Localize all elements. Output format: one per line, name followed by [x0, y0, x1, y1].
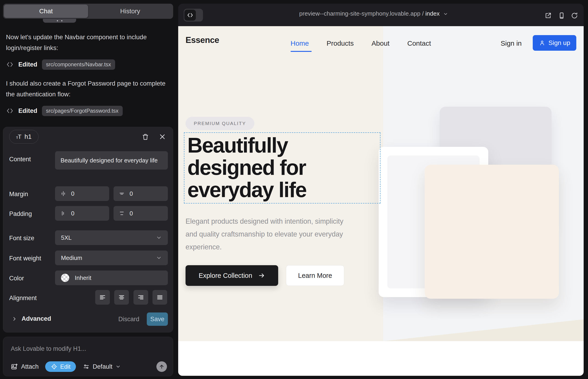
chat-message: Now let's update the Navbar component to… — [6, 32, 167, 53]
url-page: index — [425, 10, 440, 17]
mobile-view-button[interactable] — [558, 12, 565, 19]
font-size-select[interactable]: 5XL — [55, 230, 168, 245]
chevron-down-icon — [443, 12, 448, 16]
padding-label: Padding — [9, 210, 32, 218]
align-justify-icon — [156, 294, 163, 301]
premium-quality-badge: PREMIUM QUALITY — [186, 117, 254, 130]
content-input[interactable]: Beautifully designed for everyday life — [55, 151, 168, 170]
margin-y-input[interactable]: 0 — [113, 186, 168, 201]
send-button[interactable] — [156, 361, 167, 372]
chevron-down-icon — [156, 235, 162, 241]
delete-element-button[interactable] — [140, 132, 150, 142]
color-label: Color — [9, 275, 24, 282]
arrow-right-icon — [258, 272, 265, 279]
discard-button[interactable]: Discard — [118, 316, 139, 323]
nav-link-contact[interactable]: Contact — [407, 39, 431, 47]
website-viewport: Essence Home Products About Contact Sign… — [178, 26, 584, 376]
h1-selection-outline[interactable]: Beautifully designed for everyday life — [184, 132, 380, 204]
external-link-icon — [544, 12, 552, 19]
align-center-button[interactable] — [114, 290, 129, 305]
explore-collection-button[interactable]: Explore Collection — [186, 265, 278, 286]
composer-toolbar: Attach Edit Default — [11, 361, 167, 372]
close-icon — [159, 133, 166, 140]
margin-vertical-icon — [119, 190, 125, 197]
user-icon — [539, 40, 545, 46]
font-weight-select[interactable]: Medium — [55, 251, 168, 265]
margin-label: Margin — [9, 191, 28, 198]
chat-history-tabbar: Chat History — [3, 4, 173, 19]
sliders-icon — [83, 363, 90, 370]
attach-image-icon — [11, 363, 18, 370]
align-right-button[interactable] — [134, 290, 148, 305]
align-justify-button[interactable] — [153, 290, 167, 305]
close-editor-button[interactable] — [157, 132, 167, 142]
attach-button[interactable]: Attach — [11, 363, 39, 370]
file-chip[interactable]: src/pages/ForgotPassword.tsx — [42, 106, 123, 116]
padding-horizontal-icon — [60, 210, 66, 217]
url-bar[interactable]: preview--charming-site-symphony.lovable.… — [178, 10, 569, 17]
font-size-label: Font size — [9, 235, 34, 242]
element-tag: h1 — [25, 133, 32, 141]
type-icon: тT — [16, 133, 21, 141]
arrow-up-icon — [159, 364, 165, 370]
trash-icon — [142, 133, 149, 141]
color-swatch — [61, 274, 69, 282]
color-select[interactable]: Inherit — [55, 270, 168, 285]
chat-message: I should also create a Forgot Password p… — [6, 78, 167, 100]
file-chip[interactable]: src/components/Navbar.tsx — [42, 59, 115, 70]
code-icon — [6, 61, 14, 68]
content-label: Content — [9, 156, 31, 163]
align-center-icon — [118, 294, 125, 301]
tab-chat[interactable]: Chat — [4, 5, 88, 18]
default-mode-select[interactable]: Default — [83, 363, 121, 370]
lovable-workspace: Chat History Now let's update the Navbar… — [0, 0, 588, 379]
tab-history[interactable]: History — [88, 5, 172, 18]
target-icon — [51, 363, 58, 370]
selected-element-pill[interactable]: тT h1 — [9, 130, 39, 144]
edit-mode-button[interactable]: Edit — [45, 361, 76, 372]
open-external-button[interactable] — [544, 12, 552, 19]
chevron-down-icon — [156, 255, 162, 261]
sign-up-button[interactable]: Sign up — [533, 35, 576, 51]
hero-heading[interactable]: Beautifully designed for everyday life — [187, 134, 339, 201]
hero-paragraph: Elegant products designed with intention… — [186, 215, 344, 253]
edited-label: Edited — [18, 107, 37, 114]
align-left-button[interactable] — [95, 290, 110, 305]
preview-browser-panel: preview--charming-site-symphony.lovable.… — [178, 4, 584, 376]
advanced-toggle[interactable]: Advanced — [12, 315, 51, 322]
align-right-icon — [137, 294, 144, 301]
edited-file-row: Edited src/pages/ForgotPassword.tsx — [6, 106, 123, 116]
nav-link-about[interactable]: About — [371, 39, 389, 47]
refresh-icon — [571, 12, 578, 19]
element-editor-panel: тT h1 Content Beautifully designed for e… — [3, 127, 173, 332]
mobile-device-icon — [558, 12, 565, 19]
margin-x-input[interactable]: 0 — [55, 186, 109, 201]
active-nav-underline — [291, 51, 312, 52]
font-weight-label: Font weight — [9, 255, 41, 262]
edited-file-row: Edited src/components/Navbar.tsx — [6, 59, 115, 70]
save-button[interactable]: Save — [147, 313, 168, 326]
composer-input[interactable]: Ask Lovable to modify H1... — [11, 345, 86, 352]
padding-y-input[interactable]: 0 — [113, 206, 168, 221]
chevron-down-icon — [115, 364, 121, 369]
code-icon — [6, 107, 14, 115]
learn-more-button[interactable]: Learn More — [286, 265, 344, 286]
chevron-right-icon — [12, 316, 17, 322]
alignment-label: Alignment — [9, 295, 37, 302]
padding-x-input[interactable]: 0 — [55, 206, 109, 221]
sign-in-link[interactable]: Sign in — [501, 39, 522, 47]
refresh-button[interactable] — [571, 12, 578, 19]
nav-link-products[interactable]: Products — [326, 39, 354, 47]
padding-vertical-icon — [119, 210, 125, 217]
url-domain: preview--charming-site-symphony.lovable.… — [299, 10, 420, 17]
chat-composer: Ask Lovable to modify H1... Attach Edit … — [3, 337, 173, 376]
nav-link-home[interactable]: Home — [291, 39, 309, 47]
scrolled-chip-stub — [43, 19, 76, 23]
decor-card-beige — [425, 165, 559, 299]
margin-horizontal-icon — [60, 190, 66, 197]
edited-label: Edited — [18, 61, 37, 68]
site-logo[interactable]: Essence — [186, 35, 219, 45]
align-left-icon — [99, 294, 106, 301]
